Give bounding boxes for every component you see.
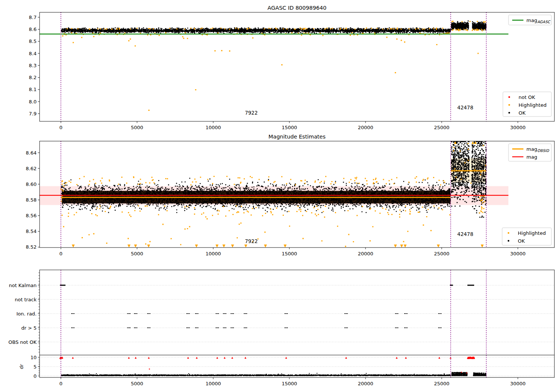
panel-mag-estimates: 7922424780500010000150002000025000300008…: [26, 134, 554, 256]
ok-cluster-b: [472, 21, 486, 31]
legend-label: not OK: [519, 94, 535, 100]
x-tick-label: 5000: [131, 381, 143, 386]
y-category-label: 0: [34, 373, 37, 379]
not-ok-dr-singles: [149, 368, 467, 373]
axes-spines: [40, 270, 554, 377]
y-tick-label: 8.56: [26, 213, 37, 218]
clipped-low-highlighted: [72, 245, 483, 248]
flag-marks: [71, 313, 442, 328]
y-tick-label: 8.3: [29, 63, 37, 68]
y-tick-label: 8.62: [26, 166, 37, 171]
y-tick-label: 8.2: [29, 75, 37, 80]
highlighted-cluster-top: [451, 21, 486, 23]
x-tick-label: 15000: [281, 251, 297, 256]
x-tick-label: 15000: [281, 381, 297, 386]
y-tick-label: 8.58: [26, 197, 37, 203]
y-tick-label: 8.6: [29, 27, 37, 32]
not-ok-clip-zero: [59, 357, 63, 359]
highlighted-cluster-fringe-a: [452, 29, 468, 31]
x-tick-label: 15000: [281, 125, 297, 130]
y-tick-label: 8.1: [29, 87, 37, 92]
y-tick-label: 8.52: [26, 244, 37, 250]
y-category-label: Ion. rad.: [16, 311, 37, 317]
x-tick-label: 25000: [434, 251, 449, 256]
x-tick-label: 25000: [434, 125, 449, 130]
x-tick-label: 30000: [510, 251, 525, 256]
y-tick-label: 7.9: [29, 111, 37, 116]
y-tick-label: 8.60: [26, 181, 37, 187]
legend-marker: [508, 240, 510, 242]
dr-cluster-b: [473, 372, 486, 376]
legend-marker: [508, 96, 510, 98]
legend-marker: [508, 112, 510, 114]
legend-mag-estimates-1: HighlightedOK: [502, 228, 551, 245]
y-category-label: dr > 5: [21, 325, 37, 331]
x-tick-label: 5000: [131, 251, 143, 256]
x-tick-label: 10000: [205, 251, 221, 256]
y-category-label: OBS not OK: [9, 339, 37, 345]
panel-title-agasc-mag: AGASC ID 800989640: [268, 5, 327, 11]
x-tick-label: 30000: [510, 125, 525, 130]
y-category-label: 5: [34, 364, 37, 370]
highlighted-bottom-edge: [62, 205, 451, 218]
legend-label: Highlighted: [519, 102, 547, 108]
y-tick-label: 8.0: [29, 99, 37, 105]
dr-cluster-a: [451, 372, 468, 376]
y-category-label: not Kalman: [9, 283, 37, 288]
not-ok-clip-singles: [72, 357, 452, 359]
legend-marker: [508, 232, 510, 234]
x-tick-label: 10000: [205, 381, 221, 386]
not-kalman-dash-2: [467, 285, 474, 286]
figure: 7922424780500010000150002000025000300007…: [0, 0, 560, 392]
y-tick-label: 8.4: [29, 51, 37, 56]
legend-agasc-mag-0: magAGASC: [508, 15, 551, 25]
ok-cluster-a: [451, 21, 469, 30]
legend-label: OK: [518, 238, 525, 244]
legend-label: OK: [519, 110, 526, 116]
y-tick-label: 8.7: [29, 15, 37, 20]
highlighted-outliers: [62, 34, 479, 111]
legend-agasc-mag-1: not OKHighlightedOK: [503, 92, 551, 116]
x-tick-label: 20000: [358, 125, 373, 130]
panel-title-mag-estimates: Magnitude Estimates: [268, 134, 326, 140]
y-tick-label: 8.5: [29, 38, 37, 44]
legend-mag-estimates-0: magOBSIDmag: [508, 144, 551, 161]
x-tick-label: 30000: [510, 381, 525, 386]
not-ok-clip-dense: [467, 357, 475, 359]
legend-label: mag: [526, 154, 537, 160]
y-tick-label: 8.54: [26, 228, 37, 234]
y-tick-label: 8.64: [26, 150, 37, 156]
highlighted-top-edge: [65, 176, 445, 186]
panel-flags-dr: 050001000015000200002500030000not Kalman…: [9, 270, 555, 386]
x-tick-label: 5000: [131, 125, 143, 130]
legend-label: Highlighted: [518, 230, 546, 236]
annotation-7922: 7922: [245, 238, 258, 244]
y-category-label: 10: [30, 355, 37, 360]
chart-canvas: 7922424780500010000150002000025000300007…: [0, 0, 560, 392]
annotation-42478: 42478: [457, 105, 473, 111]
x-tick-label: 25000: [434, 381, 449, 386]
x-tick-label: 10000: [205, 125, 221, 130]
dr-main-band: [61, 374, 451, 376]
x-tick-label: 0: [59, 381, 62, 386]
panel-agasc-mag: 7922424780500010000150002000025000300007…: [29, 5, 554, 130]
x-tick-label: 0: [59, 125, 62, 130]
annotation-42478: 42478: [457, 231, 473, 237]
x-tick-label: 20000: [358, 381, 373, 386]
y-axis-label: dr: [19, 364, 24, 369]
annotation-7922: 7922: [245, 110, 258, 116]
x-tick-label: 20000: [358, 251, 373, 256]
x-tick-label: 0: [59, 251, 62, 256]
legend-marker: [508, 104, 510, 106]
ok-cluster-b: [471, 141, 486, 218]
y-category-label: not track: [15, 297, 37, 302]
